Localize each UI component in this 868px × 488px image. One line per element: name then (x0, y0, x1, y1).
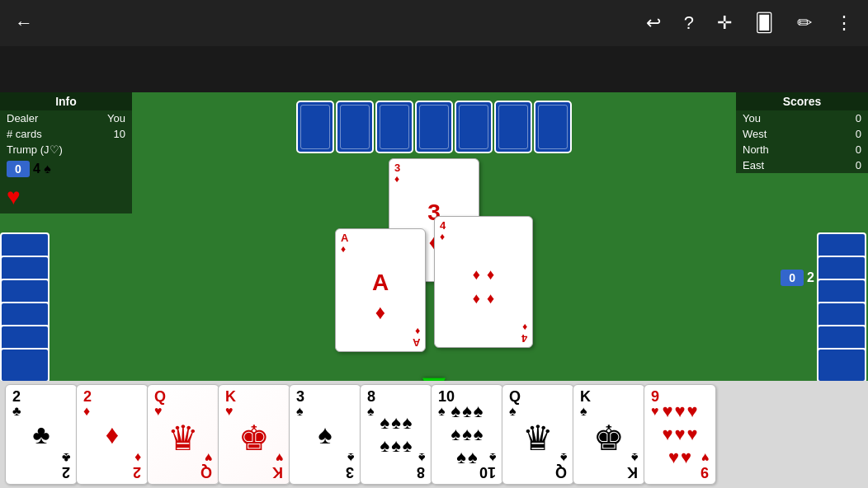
cards-button[interactable]: 🂠 (750, 7, 779, 39)
dealer-label: Dealer (7, 112, 38, 124)
hand-card-10s[interactable]: 10 ♠ ♠♠ ♠♠ ♠♠ ♠♠ 10 ♠ (431, 384, 503, 485)
score-east-name: East (743, 159, 764, 171)
west-hand (0, 232, 51, 397)
score-west-value: 0 (856, 128, 861, 140)
cards-value: 10 (114, 128, 125, 140)
scores-panel: Scores You 0 West 0 North 0 East 0 (736, 92, 868, 173)
score-west: West 0 (736, 126, 868, 142)
trump-label: Trump (J♡) (7, 143, 63, 156)
east-badge-num: 2 (807, 270, 814, 285)
west-card-6 (0, 348, 50, 382)
cards-label: # cards (7, 128, 42, 140)
scores-title: Scores (736, 92, 868, 110)
hand-card-kh[interactable]: K ♥ ♚ K ♥ (218, 384, 290, 485)
score-you-name: You (743, 112, 761, 124)
north-hand (296, 101, 572, 153)
played-card-east: 4 ♦ ♦ ♦ ♦ ♦ 4 ♦ (434, 216, 533, 348)
more-button[interactable]: ⋮ (830, 7, 858, 39)
north-card-2 (336, 101, 374, 153)
played-card-west: A ♦ A ♦ A ♦ (335, 228, 426, 352)
help-button[interactable]: ? (679, 7, 699, 39)
score-east-value: 0 (856, 159, 861, 171)
hand-card-3s[interactable]: 3 ♠ ♠ 3 ♠ (289, 384, 361, 485)
hand-card-qh[interactable]: Q ♥ ♛ Q ♥ (147, 384, 219, 485)
hand-card-8s[interactable]: 8 ♠ ♠♠ ♠♠ ♠♠ 8 ♠ (360, 384, 432, 485)
center-trick: 3 ♦ 3 ♦ 3 ♦ A ♦ A ♦ A ♦ 4 ♦ ♦ ♦ (310, 158, 558, 373)
score-east: East 0 (736, 157, 868, 173)
back-button[interactable]: ← (10, 7, 38, 39)
notes-button[interactable]: ✏ (792, 7, 817, 39)
info-panel: Info Dealer You # cards 10 Trump (J♡) 0 … (0, 92, 132, 214)
north-card-6 (494, 101, 532, 153)
trump-bid-spade: 4 ♠ (33, 162, 51, 176)
hand-card-2c[interactable]: 2 ♣ ♣ 2 ♣ (5, 384, 78, 485)
move-button[interactable]: ✛ (712, 7, 737, 39)
north-card-4 (415, 101, 453, 153)
north-card-7 (534, 101, 572, 153)
trump-bid-badge: 0 4 ♠ (7, 161, 51, 177)
cards-row: # cards 10 (0, 126, 132, 142)
north-card-5 (455, 101, 493, 153)
east-badge-0: 0 (781, 270, 804, 286)
east-trick-badge: 0 2 (781, 270, 814, 286)
dealer-value: You (107, 112, 125, 124)
score-north: North 0 (736, 142, 868, 157)
undo-button[interactable]: ↩ (641, 7, 666, 39)
trump-bid-0: 0 (7, 161, 30, 177)
east-card-6 (817, 348, 866, 382)
north-card-3 (375, 101, 413, 153)
score-west-name: West (743, 128, 767, 140)
hand-card-ks[interactable]: K ♠ ♚ K ♠ (573, 384, 645, 485)
trump-heart-icon: ♥ (7, 184, 21, 209)
trump-row: Trump (J♡) (0, 142, 132, 157)
dealer-row: Dealer You (0, 110, 132, 126)
hand-card-9h[interactable]: 9 ♥ ♥♥ ♥♥ ♥♥ ♥♥ 9 ♥ (644, 384, 716, 485)
player-hand: 2 ♣ ♣ 2 ♣ 2 ♦ ♦ 2 ♦ Q ♥ ♛ Q ♥ K ♥ ♚ K ♥ … (0, 381, 868, 488)
score-you: You 0 (736, 110, 868, 126)
score-you-value: 0 (856, 112, 861, 124)
east-hand (817, 232, 868, 397)
hand-card-qs[interactable]: Q ♠ ♛ Q ♠ (502, 384, 574, 485)
toolbar: ← ↩ ? ✛ 🂠 ✏ ⋮ (0, 0, 868, 46)
info-title: Info (0, 92, 132, 110)
score-north-name: North (743, 143, 769, 156)
score-north-value: 0 (856, 143, 861, 156)
hand-card-2d[interactable]: 2 ♦ ♦ 2 ♦ (76, 384, 149, 485)
north-card-1 (296, 101, 334, 153)
